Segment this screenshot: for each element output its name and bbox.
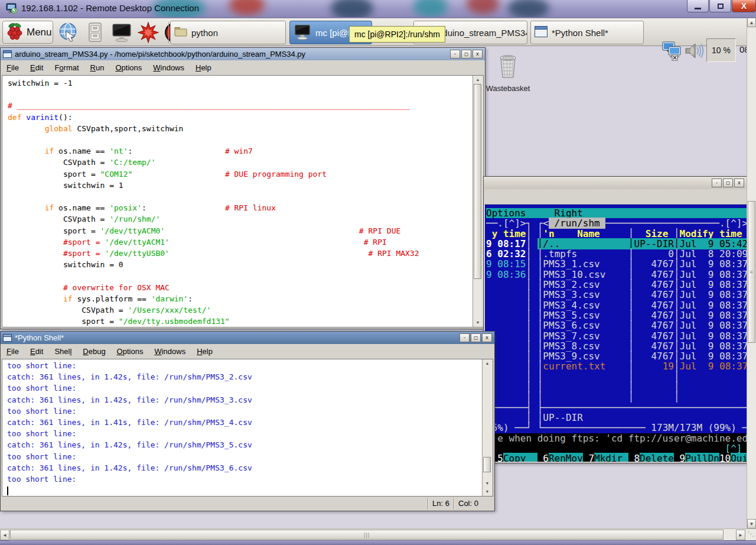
mc-file-row[interactable]: │ │PMS3_7.csv │ 4767│Jul 9 08:37│ [486,331,756,341]
terminal-maximize-button[interactable]: □ [723,179,733,187]
shell-output[interactable]: too short line:catch: 361 lines, in 1.42… [2,359,483,496]
terminal-titlebar[interactable]: - □ x [484,177,756,189]
taskbar-button-4[interactable]: *Python Shell* [530,21,644,44]
menu-file[interactable]: File [6,63,19,72]
scroll-up-icon[interactable]: ▲ [747,18,756,27]
shell-scrollbar-thumb[interactable] [483,457,491,472]
editor-maximize-button[interactable]: □ [461,50,471,59]
taskbar-button-1[interactable]: python [170,21,286,44]
menu-edit[interactable]: Edit [30,63,43,72]
mc-file-row[interactable]: 9 08:17│ │/.. │UP--DIR│Jul 9 05:42│ [486,239,756,249]
mc-file-name[interactable]: PMS3_6.csv [543,320,628,331]
mc-menu-right[interactable]: Right [555,207,583,219]
terminal-icon[interactable] [111,22,132,43]
scroll-down-icon[interactable]: ▼ [473,319,483,327]
scroll-down-icon[interactable]: ▼ [483,488,492,496]
mc-file-row[interactable]: 9 08:15│ │PMS3_1.csv │ 4767│Jul 9 08:37│ [486,259,756,269]
code-token: switchwin = 0 [8,260,123,269]
starburst-app-icon[interactable] [138,22,159,43]
mc-file-name[interactable]: PMS3_4.csv [543,300,628,311]
mc-file-row[interactable]: 6 02:32│ │.tmpfs │ 0│Jul 8 20:09│ [486,249,756,259]
mc-column-modify[interactable]: Modify time [680,228,748,239]
menu-options[interactable]: Options [115,63,142,72]
code-token: # DUE programming port [225,170,327,179]
horizontal-scrollbar-thumb[interactable]: ||| [10,530,724,540]
start-menu-button[interactable]: Menu [2,21,53,44]
mc-file-name[interactable]: PMS3_7.csv [543,330,628,342]
rdp-titlebar[interactable]: 192.168.1.102 - Remote Desktop Connectio… [0,0,756,18]
mc-file-name[interactable]: PMS3_1.csv [543,258,628,270]
shell-text-area[interactable]: too short line:catch: 361 lines, in 1.42… [2,359,493,497]
mc-file-row[interactable]: │ │PMS3_3.csv │ 4767│Jul 9 08:37│ [486,290,756,300]
menu-windows[interactable]: Windows [154,347,185,356]
menu-debug[interactable]: Debug [83,347,105,356]
scroll-up-icon[interactable]: ▲ [473,76,483,84]
resize-grip[interactable]: ⋱ [746,528,756,540]
menu-file[interactable]: File [6,347,19,356]
editor-close-button[interactable]: x [472,50,483,59]
editor-vertical-scrollbar[interactable]: ▲ ▼ [472,76,483,327]
mc-file-name[interactable]: PMS3_3.csv [543,289,628,300]
mc-file-row[interactable]: │ │current.txt │ 19│Jul 9 08:37│ [486,361,756,371]
terminal-close-button[interactable]: x [734,179,744,187]
mc-panel-toggle[interactable]: [^] [725,443,742,454]
mc-column-size[interactable]: Size [634,228,674,239]
network-status-icon[interactable] [662,41,683,64]
menu-shell[interactable]: Shell [54,347,71,356]
terminal-content[interactable]: Options Right──.[^]>┐ ┌< /run/shm ──────… [485,205,756,462]
mc-file-row[interactable]: │ │PMS3_9.csv │ 4767│Jul 9 08:37│ [486,351,756,361]
mc-file-row[interactable]: │ │PMS3_8.csv │ 4767│Jul 9 08:37│ [486,341,756,351]
file-manager-icon[interactable] [84,22,106,43]
scroll-right-icon[interactable]: ► [736,530,745,540]
rdp-horizontal-scrollbar[interactable]: ◄ ||| ► [0,528,756,540]
mc-file-row[interactable]: │ │PMS3_4.csv │ 4767│Jul 9 08:37│ [486,300,756,310]
code-line: CSVpath = '/run/shm/' [8,213,473,225]
menu-options[interactable]: Options [117,347,144,356]
mc-column-name[interactable]: 'n Name [543,228,628,239]
rdp-close-button[interactable]: X [732,0,756,12]
cpu-usage-monitor[interactable]: 10 % [706,38,736,62]
shell-input-line[interactable] [7,485,483,496]
editor-minimize-button[interactable]: - [450,50,460,59]
mc-fkey-mkdir[interactable]: Mkdir [594,453,628,462]
mc-menu-options[interactable]: Options [486,207,526,219]
scroll-left-icon[interactable]: ◄ [0,530,9,540]
rdp-vertical-scrollbar[interactable]: ▲ ≡ ▼ [747,18,756,528]
menu-format[interactable]: Format [54,63,79,72]
shell-close-button[interactable]: x [482,333,492,342]
shell-maximize-button[interactable]: □ [471,333,481,342]
terminal-minimize-button[interactable]: - [712,179,722,187]
code-editor-content[interactable]: switchwin = -1 # _______________________… [2,76,473,327]
vertical-scrollbar-thumb[interactable]: ≡ [748,201,755,343]
scroll-down-icon[interactable]: ▼ [747,519,756,528]
menu-edit[interactable]: Edit [30,347,43,356]
web-browser-icon[interactable] [58,22,79,43]
mc-file-name[interactable]: PMS3_10.csv [543,269,628,280]
shell-minimize-button[interactable]: - [460,333,470,342]
mc-file-row[interactable]: │ │PMS3_5.csv │ 4767│Jul 9 08:37│ [486,310,756,320]
mc-fkey-copy[interactable]: Copy [503,453,537,462]
editor-titlebar[interactable]: arduino_stream_PMS34.py - /home/pi/sketc… [1,48,485,60]
menu-help[interactable]: Help [197,347,213,356]
mc-file-row[interactable]: 9 08:36│ │PMS3_10.csv │ 4767│Jul 9 08:37… [486,270,756,280]
scroll-up-icon[interactable]: ▲ [483,359,492,368]
menu-windows[interactable]: Windows [153,63,184,72]
rdp-maximize-button[interactable] [709,0,731,12]
wastebasket-desktop-icon[interactable]: Wastebasket [483,52,533,93]
mc-fkey-delete[interactable]: Delete [640,453,674,462]
mc-file-row[interactable]: │ │PMS3_6.csv │ 4767│Jul 9 08:37│ [486,320,756,330]
editor-text-area[interactable]: switchwin = -1 # _______________________… [2,75,484,327]
rdp-minimize-button[interactable] [687,0,709,12]
mc-fkey-pulldn[interactable]: PullDn [685,453,719,462]
menu-help[interactable]: Help [195,63,211,72]
scroll-down-icon[interactable]: ▼ [483,479,492,488]
shell-titlebar[interactable]: *Python Shell* - □ x [1,332,494,344]
menu-run[interactable]: Run [90,63,105,72]
volume-icon[interactable] [684,41,705,64]
mc-file-name[interactable]: PMS3_8.csv [543,340,628,352]
mc-file-row[interactable]: │ │PMS3_2.csv │ 4767│Jul 9 08:37│ [486,280,756,290]
shell-vertical-scrollbar[interactable]: ▲ ▼ ▼ [482,359,493,496]
editor-scrollbar-thumb[interactable] [474,84,481,279]
mc-file-name[interactable]: current.txt [543,361,628,372]
mc-fkey-renmov[interactable]: RenMov [549,453,583,462]
